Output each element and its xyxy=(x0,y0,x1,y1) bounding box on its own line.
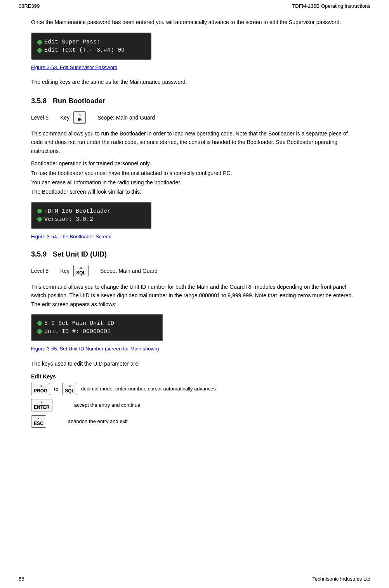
list-item-3: You can erase all information in the rad… xyxy=(31,178,358,187)
section-359-heading: 3.5.9 Set Unit ID (UID) xyxy=(31,250,358,258)
key-row-star: * ESC abandon the entry and exit xyxy=(31,415,358,428)
edit-keys-title: Edit Keys xyxy=(31,373,358,380)
header-left: 08RE399 xyxy=(19,3,40,9)
figure-55-line1: 5-9 Set Main Unit ID xyxy=(44,320,114,327)
key-359: 9 SQL xyxy=(73,265,89,277)
lcd-dot-1 xyxy=(37,40,42,45)
figure-55-caption: Figure 3-55. Set Unit ID Number (screen … xyxy=(31,346,358,352)
figure-54-line2: Version: 3.0.2 xyxy=(44,216,93,223)
level-359-label: Level 5 xyxy=(31,268,49,274)
key-359-top: 9 xyxy=(80,266,82,270)
page-header: 08RE399 TDFM-136B Operating Instructions xyxy=(0,0,389,10)
key-row-star-desc: abandon the entry and exit xyxy=(68,418,128,425)
key-0-top: 0 xyxy=(40,384,42,388)
figure-55-line2: Unit ID #: 00000001 xyxy=(44,328,111,335)
intro-paragraph: Once the Maintenance password has been e… xyxy=(31,18,358,26)
figure-53-line1: Edit Super Pass: xyxy=(44,39,100,45)
header-right: TDFM-136B Operating Instructions xyxy=(292,3,370,9)
key-358-top: 8 xyxy=(79,113,81,117)
lcd-dot-55-1 xyxy=(37,321,42,326)
key-358: 8 ⊞ xyxy=(73,111,86,124)
section-358-heading: 3.5.8 Run Bootloader xyxy=(31,97,358,105)
section-358-list: Bootloader operation is for trained pers… xyxy=(31,159,358,196)
key-hash-top: # xyxy=(41,401,43,404)
uid-note: The keys used to edit the UID parameter … xyxy=(31,359,358,368)
figure-53-caption: Figure 3-53. Edit Supervisor Password xyxy=(31,64,358,70)
key-359-bot: SQL xyxy=(76,270,86,276)
key-row-hash: # ENTER accept the entry and continue xyxy=(31,399,358,411)
key-9-bot: SQL xyxy=(65,388,75,394)
figure-55-screen: 5-9 Set Main Unit ID Unit ID #: 00000001 xyxy=(31,314,358,343)
lcd-dot-55-2 xyxy=(37,329,42,334)
level-358-label: Level 5 xyxy=(31,114,49,121)
section-359-para1: This command allows you to change the Un… xyxy=(31,283,358,309)
figure-54-screen: TDFM-136 Bootloader Version: 3.0.2 xyxy=(31,202,358,231)
section-358-number: 3.5.8 xyxy=(31,97,47,105)
edit-keys-section: Edit Keys 0 PROG to 9 SQL decimal mode: … xyxy=(31,373,358,428)
lcd-dot-54-1 xyxy=(37,209,42,213)
editing-keys-note: The editing keys are the same as for the… xyxy=(31,78,358,86)
key-row-hash-desc: accept the entry and continue xyxy=(74,402,141,409)
key-star-bot: ESC xyxy=(34,421,43,426)
key-row-0-to-9: 0 PROG to 9 SQL decimal mode: enter numb… xyxy=(31,383,358,395)
list-item-1: Bootloader operation is for trained pers… xyxy=(31,159,358,168)
footer-right: Technisonic Industries Ltd xyxy=(312,576,370,582)
section-359-number: 3.5.9 xyxy=(31,250,47,258)
list-item-4: The Bootloader screen will look similar … xyxy=(31,187,358,196)
key-9-top: 9 xyxy=(69,384,71,388)
section-359-level-line: Level 5 Key 9 SQL Scope: Main and Guard xyxy=(31,265,358,277)
list-item-2: To use the bootloader you must have the … xyxy=(31,169,358,177)
figure-53-screen: Edit Super Pass: Edit Text (↑↓←→3,##) 09 xyxy=(31,33,358,62)
lcd-dot-2 xyxy=(37,48,42,53)
scope-359: Scope: Main and Guard xyxy=(100,268,158,274)
key-label-358: Key xyxy=(60,114,69,121)
section-358-level-line: Level 5 Key 8 ⊞ Scope: Main and Guard xyxy=(31,111,358,124)
key-hash-enter: # ENTER xyxy=(31,399,52,411)
key-star-esc: * ESC xyxy=(31,415,46,428)
figure-54-caption: Figure 3-54. The Bootloader Screen xyxy=(31,234,358,239)
key-hash-bot: ENTER xyxy=(34,404,50,410)
lcd-dot-54-2 xyxy=(37,217,42,222)
key-9-sql: 9 SQL xyxy=(62,383,77,395)
figure-53-line2: Edit Text (↑↓←→3,##) 09 xyxy=(44,47,125,54)
figure-54-line1: TDFM-136 Bootloader xyxy=(44,208,111,215)
section-358-para1: This command allows you to run the Bootl… xyxy=(31,129,358,155)
key-to-label: to xyxy=(54,386,58,392)
footer-left: 56 xyxy=(19,576,24,582)
key-row-0-9-desc: decimal mode: enter number, cursor autom… xyxy=(81,385,216,392)
section-358-title: Run Bootloader xyxy=(53,97,105,105)
key-358-bot: ⊞ xyxy=(78,117,82,122)
page-footer: 56 Technisonic Industries Ltd xyxy=(0,574,389,584)
key-star-top: * xyxy=(38,417,40,421)
key-0-prog: 0 PROG xyxy=(31,383,50,395)
scope-358: Scope: Main and Guard xyxy=(97,114,155,121)
key-0-bot: PROG xyxy=(34,388,47,394)
key-label-359: Key xyxy=(60,268,69,274)
section-359-title: Set Unit ID (UID) xyxy=(53,250,107,258)
